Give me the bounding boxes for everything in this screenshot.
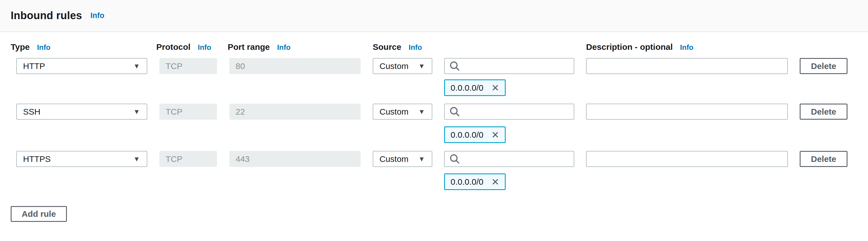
source-search-input[interactable] xyxy=(464,152,569,166)
dismiss-icon[interactable]: ✕ xyxy=(491,83,499,92)
page-title: Inbound rules xyxy=(11,9,82,22)
description-input[interactable] xyxy=(586,104,788,119)
source-type-select[interactable]: Custom ▼ xyxy=(373,151,432,167)
source-cidr-chip: 0.0.0.0/0 ✕ xyxy=(444,127,506,143)
source-search-box xyxy=(444,58,574,74)
source-type-value: Custom xyxy=(379,154,408,164)
search-icon xyxy=(449,154,460,165)
port-range-field: 443 xyxy=(229,151,361,167)
inbound-rules-panel: Inbound rules Info Type Info Protocol In… xyxy=(0,0,868,241)
type-select[interactable]: SSH ▼ xyxy=(16,104,147,119)
source-cidr-chip: 0.0.0.0/0 ✕ xyxy=(444,79,506,96)
column-header-type: Type Info xyxy=(11,42,50,52)
type-select[interactable]: HTTP ▼ xyxy=(16,58,147,74)
protocol-value: TCP xyxy=(165,61,182,71)
protocol-field: TCP xyxy=(159,58,217,74)
chevron-down-icon: ▼ xyxy=(133,63,140,70)
port-range-field: 80 xyxy=(229,58,361,74)
type-select-value: SSH xyxy=(23,107,40,116)
description-info-link[interactable]: Info xyxy=(680,43,693,52)
panel-header: Inbound rules Info xyxy=(0,0,868,32)
source-cidr-value: 0.0.0.0/0 xyxy=(451,177,484,187)
column-header-protocol: Protocol Info xyxy=(156,42,211,52)
protocol-label: Protocol xyxy=(156,42,191,52)
chevron-down-icon: ▼ xyxy=(418,156,425,162)
protocol-value: TCP xyxy=(165,107,182,116)
source-label: Source xyxy=(373,42,401,52)
source-type-select[interactable]: Custom ▼ xyxy=(373,58,432,74)
description-input[interactable] xyxy=(586,151,788,167)
protocol-info-link[interactable]: Info xyxy=(198,43,211,52)
source-type-select[interactable]: Custom ▼ xyxy=(373,104,432,119)
source-info-link[interactable]: Info xyxy=(409,43,422,52)
delete-rule-button[interactable]: Delete xyxy=(800,58,847,74)
port-range-value: 22 xyxy=(236,107,245,116)
source-search-input[interactable] xyxy=(464,59,569,73)
delete-rule-button[interactable]: Delete xyxy=(800,151,847,167)
column-header-source: Source Info xyxy=(373,42,422,52)
search-icon xyxy=(449,60,460,72)
type-select[interactable]: HTTPS ▼ xyxy=(16,151,147,167)
type-info-link[interactable]: Info xyxy=(37,43,51,52)
protocol-value: TCP xyxy=(165,154,182,164)
source-search-input[interactable] xyxy=(464,105,569,119)
source-search-box xyxy=(444,151,574,167)
panel-info-link[interactable]: Info xyxy=(91,11,104,20)
source-type-value: Custom xyxy=(379,61,408,71)
chevron-down-icon: ▼ xyxy=(418,108,425,115)
source-type-value: Custom xyxy=(379,107,408,116)
source-cidr-value: 0.0.0.0/0 xyxy=(451,83,484,92)
source-search-box xyxy=(444,104,574,119)
delete-rule-button[interactable]: Delete xyxy=(800,104,847,119)
protocol-field: TCP xyxy=(159,104,217,119)
description-input[interactable] xyxy=(586,58,788,74)
column-header-description: Description - optional Info xyxy=(586,42,693,52)
port-range-value: 443 xyxy=(236,154,250,164)
source-cidr-value: 0.0.0.0/0 xyxy=(451,130,484,140)
protocol-field: TCP xyxy=(159,151,217,167)
column-header-port-range: Port range Info xyxy=(228,42,291,52)
chevron-down-icon: ▼ xyxy=(418,63,425,70)
port-range-info-link[interactable]: Info xyxy=(277,43,291,52)
add-rule-button[interactable]: Add rule xyxy=(11,206,67,222)
type-select-value: HTTPS xyxy=(23,154,51,164)
source-cidr-chip: 0.0.0.0/0 ✕ xyxy=(444,173,506,190)
search-icon xyxy=(449,106,460,117)
dismiss-icon[interactable]: ✕ xyxy=(491,130,499,140)
type-select-value: HTTP xyxy=(23,61,45,71)
type-label: Type xyxy=(11,42,30,52)
chevron-down-icon: ▼ xyxy=(133,156,140,162)
description-label: Description - optional xyxy=(586,42,673,52)
port-range-value: 80 xyxy=(236,61,245,71)
port-range-field: 22 xyxy=(229,104,361,119)
dismiss-icon[interactable]: ✕ xyxy=(491,177,499,187)
port-range-label: Port range xyxy=(228,42,270,52)
chevron-down-icon: ▼ xyxy=(133,108,140,115)
